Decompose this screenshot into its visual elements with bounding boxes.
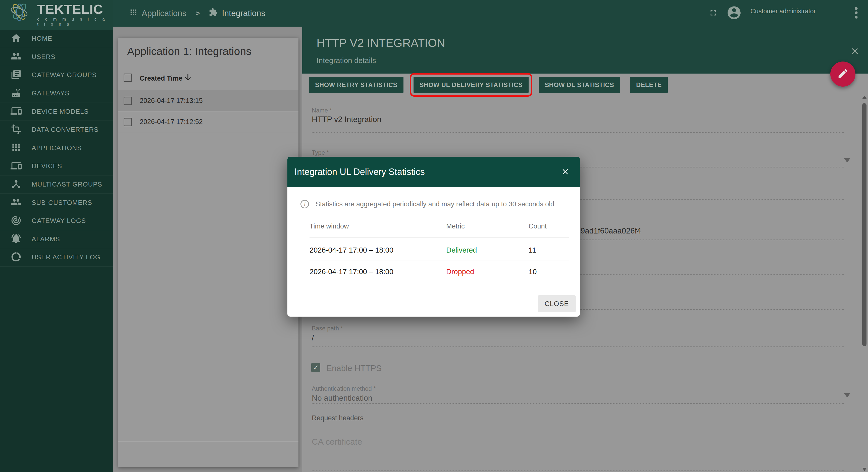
table-header-count: Count: [529, 223, 547, 230]
list-panel-title: Application 1: Integrations: [127, 45, 251, 58]
user-activity-log-icon: [10, 251, 22, 263]
auth-method-field-label: Authentication method *: [312, 385, 376, 392]
delete-button[interactable]: DELETE: [630, 77, 668, 93]
endpoint-url-value-fragment[interactable]: 9ad1f60aaa026f4: [581, 227, 641, 236]
gateway-groups-icon: [10, 69, 22, 81]
sidebar-item-gateway-logs[interactable]: GATEWAY LOGS: [0, 212, 113, 230]
cell-time-window: 2026-04-17 17:00 – 18:00: [310, 246, 394, 254]
grid-icon: [129, 8, 138, 19]
select-all-checkbox[interactable]: [124, 74, 132, 82]
name-field-label: Name *: [312, 107, 332, 114]
breadcrumb-applications[interactable]: Applications: [129, 8, 186, 19]
panel-scrollbar[interactable]: [862, 96, 868, 472]
enable-https-checkbox[interactable]: ✓: [311, 363, 320, 372]
home-icon: [10, 33, 22, 45]
top-bar: Applications > Integrations Customer adm…: [0, 0, 868, 27]
scrollbar-up-arrow[interactable]: [862, 96, 867, 99]
user-role-label: Customer administrator: [750, 7, 816, 15]
ul-delivery-statistics-dialog: Integration UL Delivery Statistics i Sta…: [287, 157, 580, 316]
dialog-info-row: i Statistics are aggregated periodically…: [301, 200, 556, 208]
show-dl-statistics-button[interactable]: SHOW DL STATISTICS: [539, 77, 620, 93]
devices-icon: [10, 160, 22, 172]
logo-block[interactable]: TEKTELIC c o m m u n i c a t i o n s: [0, 0, 113, 30]
detail-panel-title: HTTP V2 INTEGRATION: [316, 36, 445, 50]
sidebar-item-devices[interactable]: DEVICES: [0, 157, 113, 175]
row-created-time: 2026-04-17 17:12:52: [140, 118, 203, 126]
avatar-icon[interactable]: [726, 5, 742, 22]
cell-time-window: 2026-04-17 17:00 – 18:00: [310, 268, 394, 276]
gateways-icon: [10, 88, 22, 99]
sidebar-item-data-converters[interactable]: DATA CONVERTERS: [0, 121, 113, 139]
data-converters-icon: [10, 124, 22, 136]
integration-row[interactable]: 2026-04-17 17:12:52: [118, 111, 299, 132]
cell-count: 11: [529, 246, 536, 254]
sidebar-item-gateway-groups[interactable]: GATEWAY GROUPS: [0, 66, 113, 85]
info-icon: i: [301, 200, 309, 208]
edit-fab[interactable]: [830, 62, 856, 87]
applications-icon: [10, 142, 22, 154]
topbar-right: Customer administrator: [709, 0, 858, 27]
base-path-field-label: Base path *: [312, 325, 343, 332]
sidebar-item-gateways[interactable]: GATEWAYS: [0, 85, 113, 103]
brand-tagline: c o m m u n i c a t i o n s: [37, 17, 113, 27]
table-divider: [310, 261, 569, 261]
puzzle-icon: [209, 8, 218, 19]
scrollbar-down-arrow[interactable]: [862, 468, 867, 471]
sort-desc-icon[interactable]: [183, 72, 193, 83]
ca-certificate-label[interactable]: CA certificate: [312, 437, 362, 447]
users-icon: [10, 51, 22, 63]
integration-row[interactable]: 2026-04-17 17:13:15: [118, 90, 299, 111]
created-time-column-header[interactable]: Created Time: [140, 74, 183, 82]
dialog-title: Integration UL Delivery Statistics: [294, 167, 425, 177]
breadcrumb-integrations[interactable]: Integrations: [209, 8, 265, 19]
table-header-time-window: Time window: [310, 223, 349, 230]
field-underline: [312, 132, 844, 133]
field-underline: [312, 471, 844, 471]
cell-metric: Delivered: [446, 246, 477, 254]
dropdown-arrow-icon[interactable]: [844, 393, 850, 398]
sidebar-item-alarms[interactable]: ALARMS: [0, 230, 113, 248]
breadcrumb: Applications > Integrations: [129, 0, 265, 27]
sidebar-item-home[interactable]: HOME: [0, 30, 113, 48]
breadcrumb-label: Integrations: [222, 8, 265, 18]
dropdown-arrow-icon[interactable]: [844, 158, 850, 162]
kebab-menu-icon[interactable]: [855, 6, 858, 20]
table-header-metric: Metric: [446, 223, 465, 230]
sidebar-item-sub-customers[interactable]: SUB-CUSTOMERS: [0, 194, 113, 212]
sidebar-item-user-activity-log[interactable]: USER ACTIVITY LOG: [0, 248, 113, 267]
show-ul-delivery-statistics-button[interactable]: SHOW UL DELIVERY STATISTICS: [413, 77, 529, 93]
field-underline: [312, 346, 844, 347]
detail-panel-header: HTTP V2 INTEGRATION Integration details: [302, 27, 868, 74]
base-path-field-value[interactable]: /: [312, 333, 314, 342]
device-models-icon: [10, 105, 22, 117]
enable-https-label: Enable HTTPS: [327, 364, 382, 373]
multicast-groups-icon: [10, 178, 22, 191]
dialog-info-text: Statistics are aggregated periodically a…: [315, 200, 556, 208]
scrollbar-thumb[interactable]: [862, 103, 867, 346]
detail-actions: SHOW RETRY STATISTICS SHOW UL DELIVERY S…: [309, 77, 668, 93]
breadcrumb-label: Applications: [142, 8, 186, 18]
dialog-close-button[interactable]: CLOSE: [538, 295, 576, 312]
pencil-icon: [837, 68, 849, 80]
fullscreen-icon[interactable]: [709, 8, 718, 18]
request-headers-label: Request headers: [312, 414, 364, 422]
close-icon[interactable]: [850, 46, 860, 57]
sidebar-item-applications[interactable]: APPLICATIONS: [0, 139, 113, 158]
brand-text: TEKTELIC c o m m u n i c a t i o n s: [37, 3, 113, 27]
sidebar-item-device-models[interactable]: DEVICE MODELS: [0, 102, 113, 121]
close-icon[interactable]: [561, 167, 570, 177]
name-field-value[interactable]: HTTP v2 Integration: [312, 115, 381, 124]
show-retry-statistics-button[interactable]: SHOW RETRY STATISTICS: [309, 77, 403, 93]
sidebar-item-multicast-groups[interactable]: MULTICAST GROUPS: [0, 175, 113, 194]
field-underline: [312, 403, 844, 404]
row-checkbox[interactable]: [124, 97, 132, 105]
tektelic-logo-icon: [4, 0, 35, 29]
auth-method-field-value[interactable]: No authentication: [312, 394, 372, 403]
detail-panel-subtitle: Integration details: [316, 56, 376, 65]
gateway-logs-icon: [10, 215, 22, 227]
sidebar-item-users[interactable]: USERS: [0, 48, 113, 66]
app-screen: Applications > Integrations Customer adm…: [0, 0, 868, 472]
dialog-header: Integration UL Delivery Statistics: [287, 157, 580, 187]
list-footer-divider: [118, 441, 299, 442]
row-checkbox[interactable]: [124, 118, 132, 126]
